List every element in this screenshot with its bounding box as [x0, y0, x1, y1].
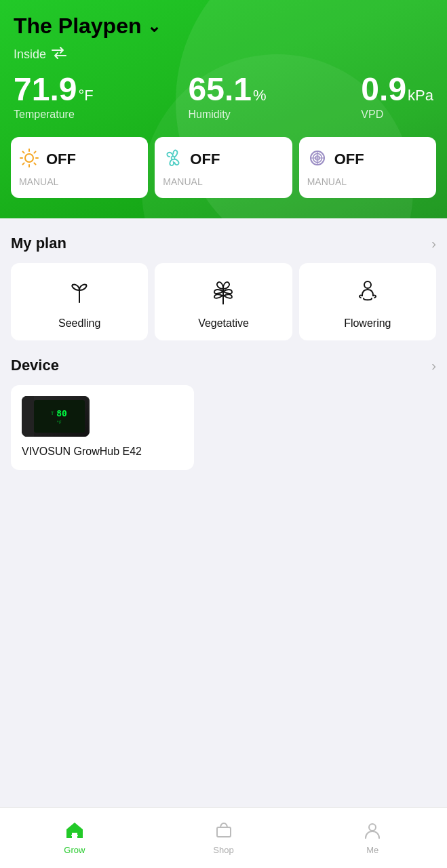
light-mode: MANUAL: [19, 176, 140, 187]
shop-icon: [214, 821, 233, 842]
title-chevron-icon: ⌄: [147, 17, 161, 36]
device-title: Device: [11, 357, 59, 374]
filter-control-top: OFF: [307, 148, 428, 171]
plan-cards: Seedling: [11, 263, 436, 340]
device-screen-area: T 80 °F: [34, 400, 85, 433]
seedling-card[interactable]: Seedling: [11, 263, 148, 340]
nav-me[interactable]: Me: [298, 821, 447, 855]
seedling-icon: [64, 277, 94, 309]
nav-shop-label: Shop: [213, 845, 233, 855]
flowering-icon: [353, 277, 383, 309]
svg-point-20: [369, 824, 376, 831]
svg-line-5: [23, 152, 24, 153]
svg-line-7: [34, 152, 35, 153]
filter-mode: MANUAL: [307, 176, 428, 187]
temperature-value: 71.9°F: [14, 73, 94, 106]
controls-row: OFF MANUAL: [0, 137, 447, 198]
flowering-card[interactable]: Flowering: [299, 263, 436, 340]
fan-control-top: OFF: [163, 148, 284, 171]
my-plan-section: My plan › Seedling: [0, 218, 447, 340]
sun-icon: [19, 148, 39, 171]
my-plan-header: My plan ›: [11, 235, 436, 252]
fan-control-card[interactable]: OFF MANUAL: [155, 137, 292, 198]
temperature-label: Temperature: [14, 108, 94, 121]
vpd-label: VPD: [361, 108, 433, 121]
filter-icon: [307, 148, 328, 171]
svg-point-0: [25, 154, 33, 162]
nav-me-label: Me: [366, 845, 378, 855]
nav-grow[interactable]: Grow: [0, 821, 149, 855]
location-row: Inside: [0, 44, 447, 73]
temperature-metric: 71.9°F Temperature: [14, 73, 94, 121]
light-control-card[interactable]: OFF MANUAL: [11, 137, 148, 198]
top-bar: The Playpen ⌄: [0, 0, 447, 44]
filter-status: OFF: [334, 151, 364, 168]
fan-mode: MANUAL: [163, 176, 284, 187]
light-control-top: OFF: [19, 148, 140, 171]
svg-rect-19: [217, 827, 231, 837]
nav-grow-label: Grow: [64, 845, 85, 855]
vegetative-card[interactable]: Vegetative: [155, 263, 292, 340]
vpd-value: 0.9kPa: [361, 73, 433, 106]
device-name: VIVOSUN GrowHub E42: [22, 445, 183, 459]
device-section: Device › T 80 °F: [0, 340, 447, 470]
metrics-row: 71.9°F Temperature 65.1% Humidity 0.9kPa…: [0, 73, 447, 137]
location-label: Inside: [14, 47, 46, 62]
vegetative-icon: [208, 277, 238, 309]
filter-control-card[interactable]: OFF MANUAL: [299, 137, 436, 198]
fan-icon: [163, 148, 183, 171]
app-title-text: The Playpen: [14, 14, 142, 39]
vpd-metric: 0.9kPa VPD: [361, 73, 433, 121]
svg-line-6: [34, 163, 35, 164]
growhub-card[interactable]: T 80 °F VIVOSUN GrowHub E42: [11, 385, 194, 470]
svg-line-8: [23, 163, 24, 164]
header-section: The Playpen ⌄ Inside 71.9°F Temperature: [0, 0, 447, 218]
device-cards: T 80 °F VIVOSUN GrowHub E42: [11, 385, 436, 470]
humidity-label: Humidity: [189, 108, 267, 121]
fan-status: OFF: [190, 151, 220, 168]
seedling-label: Seedling: [58, 317, 100, 330]
nav-shop[interactable]: Shop: [149, 821, 298, 855]
humidity-metric: 65.1% Humidity: [189, 73, 267, 121]
device-chevron-icon[interactable]: ›: [431, 358, 436, 374]
humidity-value: 65.1%: [189, 73, 267, 106]
flowering-label: Flowering: [344, 317, 391, 330]
app-title-row[interactable]: The Playpen ⌄: [14, 14, 161, 39]
my-plan-title: My plan: [11, 235, 66, 252]
me-icon: [363, 821, 382, 842]
my-plan-chevron-icon[interactable]: ›: [431, 236, 436, 252]
device-header: Device ›: [11, 357, 436, 374]
transfer-icon[interactable]: [52, 47, 66, 62]
vegetative-label: Vegetative: [198, 317, 249, 330]
home-icon: [64, 821, 85, 842]
svg-point-17: [364, 281, 371, 288]
device-body: T 80 °F: [22, 396, 90, 437]
light-status: OFF: [46, 151, 76, 168]
bottom-nav: Grow Shop Me: [0, 807, 447, 868]
growhub-image: T 80 °F: [22, 396, 90, 437]
